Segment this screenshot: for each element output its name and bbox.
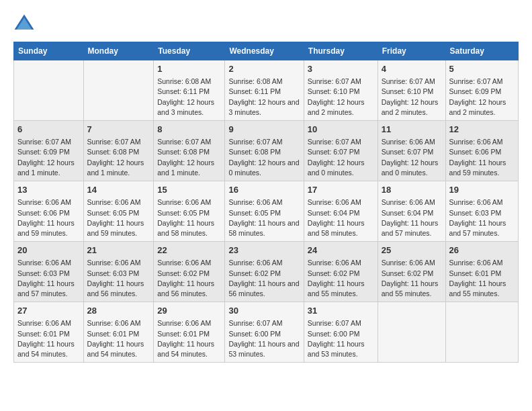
day-info: Sunrise: 6:07 AM Sunset: 6:08 PM Dayligh… [87, 137, 150, 178]
calendar-cell: 17Sunrise: 6:06 AM Sunset: 6:04 PM Dayli… [304, 181, 378, 242]
day-info: Sunrise: 6:07 AM Sunset: 6:07 PM Dayligh… [308, 137, 374, 178]
calendar-cell: 29Sunrise: 6:06 AM Sunset: 6:01 PM Dayli… [154, 302, 225, 363]
day-info: Sunrise: 6:06 AM Sunset: 6:07 PM Dayligh… [382, 137, 442, 178]
calendar-cell: 12Sunrise: 6:06 AM Sunset: 6:06 PM Dayli… [445, 121, 518, 181]
calendar-cell: 28Sunrise: 6:06 AM Sunset: 6:01 PM Dayli… [83, 302, 154, 363]
day-number: 21 [87, 244, 150, 257]
day-info: Sunrise: 6:06 AM Sunset: 6:05 PM Dayligh… [87, 197, 150, 238]
day-number: 9 [228, 124, 300, 136]
day-info: Sunrise: 6:07 AM Sunset: 6:00 PM Dayligh… [308, 318, 374, 359]
day-info: Sunrise: 6:06 AM Sunset: 6:01 PM Dayligh… [87, 318, 150, 359]
day-number: 3 [308, 63, 374, 75]
day-number: 2 [228, 63, 300, 75]
calendar-cell [83, 60, 154, 121]
calendar-table: SundayMondayTuesdayWednesdayThursdayFrid… [13, 42, 519, 363]
day-number: 30 [228, 305, 300, 317]
day-info: Sunrise: 6:06 AM Sunset: 6:03 PM Dayligh… [87, 258, 150, 299]
day-info: Sunrise: 6:06 AM Sunset: 6:05 PM Dayligh… [157, 197, 221, 238]
day-info: Sunrise: 6:06 AM Sunset: 6:04 PM Dayligh… [308, 197, 374, 238]
day-number: 17 [308, 184, 374, 196]
calendar-week-row: 1Sunrise: 6:08 AM Sunset: 6:11 PM Daylig… [14, 60, 519, 121]
day-number: 28 [87, 305, 150, 317]
day-number: 5 [449, 63, 515, 75]
logo-icon [13, 13, 35, 35]
calendar-cell [14, 60, 84, 121]
calendar-cell: 16Sunrise: 6:06 AM Sunset: 6:05 PM Dayli… [225, 181, 304, 242]
day-info: Sunrise: 6:06 AM Sunset: 6:01 PM Dayligh… [17, 318, 80, 359]
day-number: 13 [17, 184, 80, 196]
calendar-cell: 6Sunrise: 6:07 AM Sunset: 6:09 PM Daylig… [14, 121, 84, 181]
calendar-cell: 23Sunrise: 6:06 AM Sunset: 6:02 PM Dayli… [225, 242, 304, 302]
day-info: Sunrise: 6:07 AM Sunset: 6:09 PM Dayligh… [449, 77, 515, 118]
calendar-cell: 14Sunrise: 6:06 AM Sunset: 6:05 PM Dayli… [83, 181, 154, 242]
day-number: 26 [449, 244, 515, 257]
day-number: 22 [157, 244, 221, 257]
calendar-cell: 19Sunrise: 6:06 AM Sunset: 6:03 PM Dayli… [445, 181, 518, 242]
day-info: Sunrise: 6:07 AM Sunset: 6:00 PM Dayligh… [228, 318, 300, 359]
day-header: Monday [83, 42, 154, 60]
day-info: Sunrise: 6:06 AM Sunset: 6:03 PM Dayligh… [449, 197, 515, 238]
day-info: Sunrise: 6:06 AM Sunset: 6:01 PM Dayligh… [157, 318, 221, 359]
day-header: Friday [378, 42, 445, 60]
header-row: SundayMondayTuesdayWednesdayThursdayFrid… [14, 42, 519, 60]
calendar-cell: 7Sunrise: 6:07 AM Sunset: 6:08 PM Daylig… [83, 121, 154, 181]
calendar-cell: 8Sunrise: 6:07 AM Sunset: 6:08 PM Daylig… [154, 121, 225, 181]
day-info: Sunrise: 6:06 AM Sunset: 6:02 PM Dayligh… [157, 258, 221, 299]
day-info: Sunrise: 6:07 AM Sunset: 6:10 PM Dayligh… [308, 77, 374, 118]
calendar-cell: 10Sunrise: 6:07 AM Sunset: 6:07 PM Dayli… [304, 121, 378, 181]
calendar-week-row: 6Sunrise: 6:07 AM Sunset: 6:09 PM Daylig… [14, 121, 519, 181]
day-info: Sunrise: 6:06 AM Sunset: 6:04 PM Dayligh… [382, 197, 442, 238]
day-info: Sunrise: 6:06 AM Sunset: 6:06 PM Dayligh… [449, 137, 515, 178]
calendar-cell: 21Sunrise: 6:06 AM Sunset: 6:03 PM Dayli… [83, 242, 154, 302]
day-number: 20 [17, 244, 80, 257]
day-info: Sunrise: 6:07 AM Sunset: 6:09 PM Dayligh… [17, 137, 80, 178]
day-number: 14 [87, 184, 150, 196]
day-number: 25 [382, 244, 442, 257]
calendar-cell: 26Sunrise: 6:06 AM Sunset: 6:01 PM Dayli… [445, 242, 518, 302]
calendar-week-row: 27Sunrise: 6:06 AM Sunset: 6:01 PM Dayli… [14, 302, 519, 363]
day-number: 31 [308, 305, 374, 317]
day-number: 19 [449, 184, 515, 196]
day-info: Sunrise: 6:06 AM Sunset: 6:03 PM Dayligh… [17, 258, 80, 299]
day-info: Sunrise: 6:08 AM Sunset: 6:11 PM Dayligh… [157, 77, 221, 118]
day-number: 15 [157, 184, 221, 196]
calendar-cell: 3Sunrise: 6:07 AM Sunset: 6:10 PM Daylig… [304, 60, 378, 121]
calendar-cell: 2Sunrise: 6:08 AM Sunset: 6:11 PM Daylig… [225, 60, 304, 121]
day-number: 12 [449, 124, 515, 136]
day-number: 4 [382, 63, 442, 75]
day-number: 10 [308, 124, 374, 136]
calendar-week-row: 13Sunrise: 6:06 AM Sunset: 6:06 PM Dayli… [14, 181, 519, 242]
day-info: Sunrise: 6:06 AM Sunset: 6:02 PM Dayligh… [382, 258, 442, 299]
calendar-cell: 20Sunrise: 6:06 AM Sunset: 6:03 PM Dayli… [14, 242, 84, 302]
day-number: 27 [17, 305, 80, 317]
day-header: Tuesday [154, 42, 225, 60]
day-number: 23 [228, 244, 300, 257]
day-number: 6 [17, 124, 80, 136]
calendar-cell [378, 302, 445, 363]
day-header: Wednesday [225, 42, 304, 60]
logo [13, 13, 38, 35]
day-header: Saturday [445, 42, 518, 60]
day-header: Sunday [14, 42, 84, 60]
calendar-cell: 4Sunrise: 6:07 AM Sunset: 6:10 PM Daylig… [378, 60, 445, 121]
calendar-cell: 11Sunrise: 6:06 AM Sunset: 6:07 PM Dayli… [378, 121, 445, 181]
day-number: 18 [382, 184, 442, 196]
calendar-cell: 1Sunrise: 6:08 AM Sunset: 6:11 PM Daylig… [154, 60, 225, 121]
day-number: 8 [157, 124, 221, 136]
header [13, 13, 519, 35]
calendar-cell: 5Sunrise: 6:07 AM Sunset: 6:09 PM Daylig… [445, 60, 518, 121]
day-info: Sunrise: 6:06 AM Sunset: 6:05 PM Dayligh… [228, 197, 300, 238]
day-info: Sunrise: 6:07 AM Sunset: 6:08 PM Dayligh… [228, 137, 300, 178]
day-number: 24 [308, 244, 374, 257]
calendar-cell: 13Sunrise: 6:06 AM Sunset: 6:06 PM Dayli… [14, 181, 84, 242]
day-number: 7 [87, 124, 150, 136]
calendar-week-row: 20Sunrise: 6:06 AM Sunset: 6:03 PM Dayli… [14, 242, 519, 302]
calendar-cell: 18Sunrise: 6:06 AM Sunset: 6:04 PM Dayli… [378, 181, 445, 242]
day-number: 29 [157, 305, 221, 317]
calendar-cell: 30Sunrise: 6:07 AM Sunset: 6:00 PM Dayli… [225, 302, 304, 363]
calendar-cell: 25Sunrise: 6:06 AM Sunset: 6:02 PM Dayli… [378, 242, 445, 302]
day-info: Sunrise: 6:06 AM Sunset: 6:02 PM Dayligh… [308, 258, 374, 299]
day-info: Sunrise: 6:07 AM Sunset: 6:08 PM Dayligh… [157, 137, 221, 178]
calendar-cell: 9Sunrise: 6:07 AM Sunset: 6:08 PM Daylig… [225, 121, 304, 181]
day-number: 16 [228, 184, 300, 196]
